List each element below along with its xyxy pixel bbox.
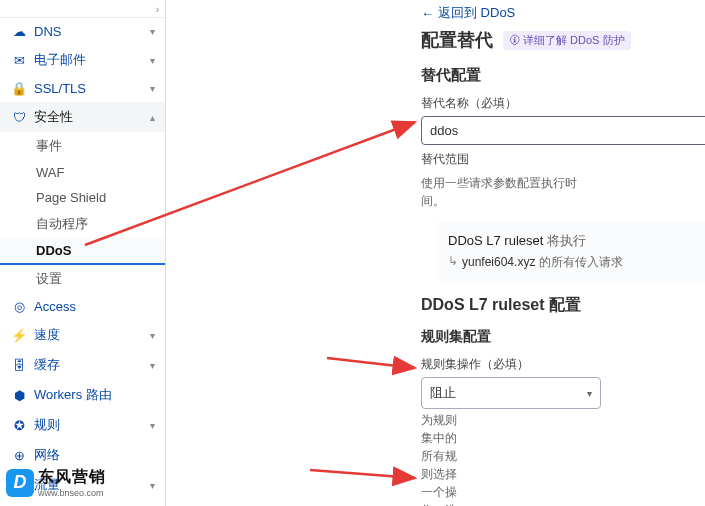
nav-label: 电子邮件 (34, 51, 150, 69)
chevron-down-icon: ▾ (150, 26, 155, 37)
nav-label: SSL/TLS (34, 81, 150, 96)
sidebar-item-access[interactable]: ◎ Access (0, 293, 165, 320)
ruleset-action-select[interactable]: 阻止 ▾ (421, 377, 601, 409)
sidebar-item-ssl[interactable]: 🔒 SSL/TLS ▾ (0, 75, 165, 102)
override-name-input[interactable] (421, 116, 705, 145)
chevron-up-icon: ▴ (150, 112, 155, 123)
nav-label: 缓存 (34, 356, 150, 374)
chevron-down-icon: ▾ (150, 420, 155, 431)
ruleset-config-subheading: 规则集配置 (166, 320, 705, 350)
cache-icon: 🗄 (10, 358, 28, 373)
logo-en: www.bnseo.com (38, 488, 106, 498)
back-text: 返回到 DDoS (438, 4, 515, 22)
main-content: ← 返回到 DDoS 配置替代 🛈 详细了解 DDoS 防护 替代配置 替代名称… (166, 0, 705, 506)
chevron-down-icon: ▾ (150, 55, 155, 66)
ruleset-line1: DDoS L7 ruleset 将执行 (448, 232, 705, 250)
sub-item-pageshield[interactable]: Page Shield (0, 185, 165, 210)
page-title: 配置替代 (421, 28, 493, 52)
nav-label: 速度 (34, 326, 150, 344)
override-config-heading: 替代配置 (166, 60, 705, 89)
ruleset-summary-box: DDoS L7 ruleset 将执行 yunfei604.xyz 的所有传入请… (436, 222, 705, 281)
chevron-right-icon: › (156, 4, 159, 15)
chevron-down-icon: ▾ (587, 388, 592, 399)
sub-item-bots[interactable]: 自动程序 (0, 210, 165, 238)
title-row: 配置替代 🛈 详细了解 DDoS 防护 (166, 26, 705, 60)
network-icon: ⊕ (10, 448, 28, 463)
learn-more-badge[interactable]: 🛈 详细了解 DDoS 防护 (503, 31, 631, 50)
sidebar: › ☁ DNS ▾ ✉ 电子邮件 ▾ 🔒 SSL/TLS ▾ 🛡 安全性 ▴ 事… (0, 0, 166, 506)
sidebar-top: › (0, 0, 165, 18)
logo-cn: 东风营销 (38, 467, 106, 488)
rules-icon: ✪ (10, 418, 28, 433)
sidebar-item-security[interactable]: 🛡 安全性 ▴ (0, 102, 165, 132)
watermark-logo: D 东风营销 www.bnseo.com (6, 467, 106, 498)
select-value: 阻止 (430, 384, 456, 402)
chevron-down-icon: ▾ (150, 330, 155, 341)
security-submenu: 事件 WAF Page Shield 自动程序 DDoS 设置 (0, 132, 165, 293)
chevron-down-icon: ▾ (150, 480, 155, 491)
override-name-label: 替代名称（必填） (166, 89, 705, 116)
speed-icon: ⚡ (10, 328, 28, 343)
sidebar-item-email[interactable]: ✉ 电子邮件 ▾ (0, 45, 165, 75)
workers-icon: ⬢ (10, 388, 28, 403)
sidebar-item-network[interactable]: ⊕ 网络 (0, 440, 165, 470)
arrow-left-icon: ← (421, 6, 434, 21)
nav-label: Workers 路由 (34, 386, 155, 404)
chevron-down-icon: ▾ (150, 83, 155, 94)
mail-icon: ✉ (10, 53, 28, 68)
sidebar-item-workers[interactable]: ⬢ Workers 路由 (0, 380, 165, 410)
sidebar-item-rules[interactable]: ✪ 规则 ▾ (0, 410, 165, 440)
cloud-icon: ☁ (10, 24, 28, 39)
override-scope-desc: 使用一些请求参数配置执行时间。 (166, 172, 596, 216)
chevron-down-icon: ▾ (150, 360, 155, 371)
shield-icon: 🛡 (10, 110, 28, 125)
override-scope-label: 替代范围 (166, 145, 705, 172)
sidebar-item-speed[interactable]: ⚡ 速度 ▾ (0, 320, 165, 350)
sidebar-item-dns[interactable]: ☁ DNS ▾ (0, 18, 165, 45)
ruleset-action-desc: 为规则集中的所有规则选择一个操作。选择"默认"将应用每个规则的默认操作。 (166, 409, 466, 506)
ruleset-line2: yunfei604.xyz 的所有传入请求 (448, 254, 705, 271)
l7-config-heading: DDoS L7 ruleset 配置 (166, 289, 705, 320)
sub-item-ddos[interactable]: DDoS (0, 238, 165, 265)
access-icon: ◎ (10, 299, 28, 314)
logo-badge-icon: D (6, 469, 34, 497)
nav-label: 网络 (34, 446, 155, 464)
sidebar-item-cache[interactable]: 🗄 缓存 ▾ (0, 350, 165, 380)
nav-label: DNS (34, 24, 150, 39)
sub-item-settings[interactable]: 设置 (0, 265, 165, 293)
sub-item-waf[interactable]: WAF (0, 160, 165, 185)
lock-icon: 🔒 (10, 81, 28, 96)
nav-label: Access (34, 299, 155, 314)
back-link[interactable]: ← 返回到 DDoS (166, 4, 705, 26)
ruleset-action-label: 规则集操作（必填） (166, 350, 705, 377)
nav-label: 规则 (34, 416, 150, 434)
nav-label: 安全性 (34, 108, 73, 126)
sub-item-events[interactable]: 事件 (0, 132, 165, 160)
